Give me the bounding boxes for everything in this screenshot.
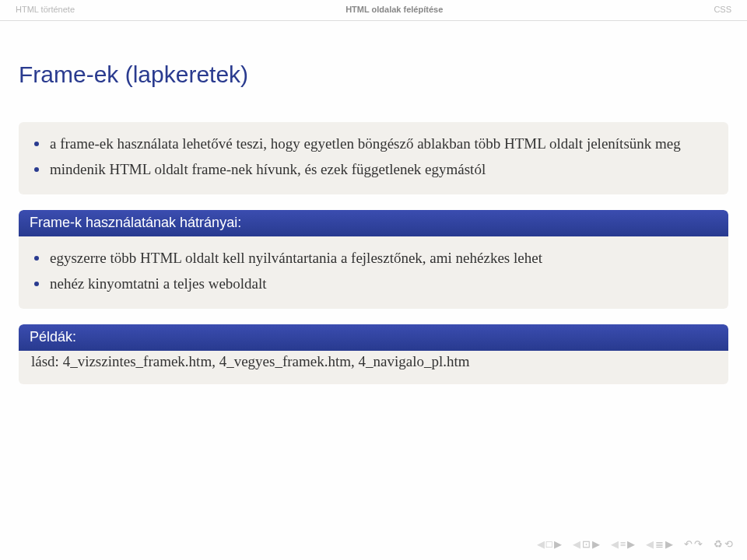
caret-left-icon[interactable]: ◀ [537, 538, 545, 551]
disadvantages-list: egyszerre több HTML oldalt kell nyilvánt… [50, 247, 716, 295]
section-icon: □ [546, 538, 552, 551]
beamer-nav-footer: ◀ □ ▶ ◀ ⊡ ▶ ◀ ≡ ▶ ◀ ≣ ▶ ↶ ↷ ♻ ⟲ [537, 538, 733, 551]
list-item: egyszerre több HTML oldalt kell nyilvánt… [50, 247, 716, 270]
caret-left-icon[interactable]: ◀ [573, 538, 580, 551]
block-header: Frame-k használatának hátrányai: [19, 210, 728, 236]
block-examples: Példák: lásd: 4_vizszintes_framek.htm, 4… [19, 324, 728, 384]
caret-right-icon[interactable]: ▶ [554, 538, 562, 551]
caret-right-icon[interactable]: ▶ [627, 538, 635, 551]
caret-right-icon[interactable]: ▶ [592, 538, 600, 551]
redo-icon[interactable]: ↷ [694, 538, 703, 551]
reload-icon[interactable]: ⟲ [724, 538, 733, 551]
caret-left-icon[interactable]: ◀ [646, 538, 654, 551]
block-intro: a frame-ek használata lehetővé teszi, ho… [19, 122, 728, 194]
nav-center[interactable]: HTML oldalak felépítése [345, 5, 443, 14]
intro-list: a frame-ek használata lehetővé teszi, ho… [50, 133, 716, 180]
nav-left[interactable]: HTML története [16, 5, 75, 14]
subsection-icon: ⊡ [582, 538, 591, 551]
nav-history-controls[interactable]: ↶ ↷ [684, 538, 703, 551]
nav-slide-controls[interactable]: ◀ ≡ ▶ [611, 538, 635, 551]
block-header: Példák: [19, 324, 728, 351]
slide-content: a frame-ek használata lehetővé teszi, ho… [0, 88, 747, 384]
caret-right-icon[interactable]: ▶ [665, 538, 673, 551]
nav-section-controls[interactable]: ◀ □ ▶ [537, 538, 562, 551]
examples-text: lásd: 4_vizszintes_framek.htm, 4_vegyes_… [19, 351, 728, 384]
list-item: a frame-ek használata lehetővé teszi, ho… [50, 133, 716, 156]
top-navigation: HTML története HTML oldalak felépítése C… [0, 0, 747, 21]
nav-frame-controls[interactable]: ◀ ≣ ▶ [646, 538, 673, 551]
slide-title: Frame-ek (lapkeretek) [0, 21, 747, 88]
recycle-icon[interactable]: ♻ [714, 538, 723, 551]
nav-extra-controls[interactable]: ♻ ⟲ [714, 538, 733, 551]
frame-icon: ≣ [655, 538, 664, 551]
block-disadvantages: Frame-k használatának hátrányai: egyszer… [19, 210, 728, 309]
caret-left-icon[interactable]: ◀ [611, 538, 619, 551]
slide-icon: ≡ [620, 538, 626, 551]
nav-subsection-controls[interactable]: ◀ ⊡ ▶ [573, 538, 600, 551]
list-item: nehéz kinyomtatni a teljes weboldalt [50, 273, 716, 296]
undo-icon[interactable]: ↶ [684, 538, 693, 551]
nav-right[interactable]: CSS [714, 5, 731, 14]
list-item: mindenik HTML oldalt frame-nek hívunk, é… [50, 159, 716, 181]
